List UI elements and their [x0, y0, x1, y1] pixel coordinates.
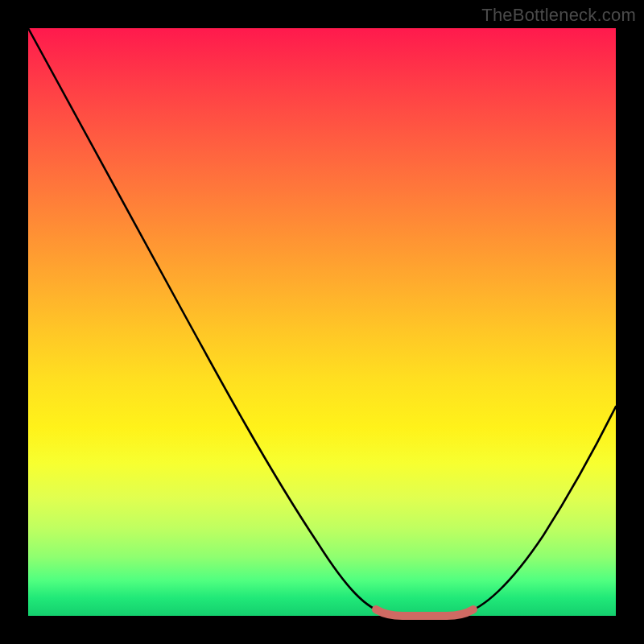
- bottleneck-curve-svg: [28, 28, 616, 616]
- plot-area: [28, 28, 616, 616]
- trough-accent: [376, 609, 473, 616]
- bottleneck-curve: [28, 28, 616, 613]
- watermark-text: TheBottleneck.com: [481, 5, 636, 26]
- chart-frame: TheBottleneck.com: [0, 0, 644, 644]
